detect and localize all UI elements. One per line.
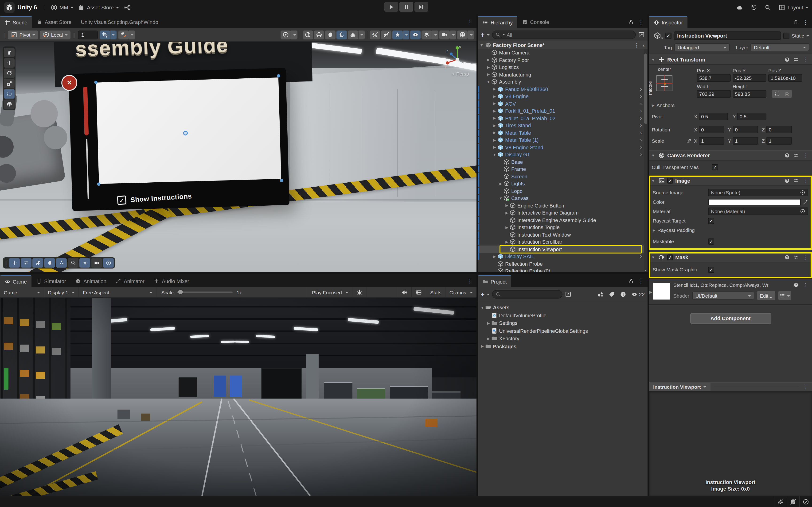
scale-z-field[interactable]: 1: [766, 137, 792, 145]
project-create-dropdown[interactable]: [487, 294, 490, 296]
expand-arrow-icon[interactable]: ▶: [492, 101, 497, 106]
overlay-move-button[interactable]: [9, 258, 20, 268]
prefab-open-chevron-icon[interactable]: ›: [640, 253, 642, 260]
hierarchy-item-reflection-probe-0[interactable]: Reflection Probe (0): [478, 267, 644, 272]
pivot-x-field[interactable]: 0.5: [699, 113, 728, 120]
hierarchy-item-canvas[interactable]: ▼Canvas: [478, 194, 644, 202]
debugger-status-button[interactable]: [774, 496, 786, 507]
overlay-compass-button[interactable]: [103, 258, 114, 268]
expand-arrow-icon[interactable]: ▼: [498, 196, 503, 200]
scene-gizmos-button[interactable]: [457, 30, 467, 39]
tab-inspector[interactable]: Inspector: [649, 16, 688, 28]
account-menu[interactable]: MM: [51, 4, 73, 10]
expand-arrow-icon[interactable]: ▶: [492, 130, 497, 135]
preset-icon[interactable]: [793, 57, 799, 62]
image-enabled-checkbox[interactable]: ✓: [667, 178, 673, 183]
anchor-preset-widget[interactable]: [656, 75, 672, 91]
toolbar-drag-handle[interactable]: ||: [73, 32, 75, 38]
hierarchy-item-logo[interactable]: Logo: [478, 187, 644, 194]
expand-arrow-icon[interactable]: ▶: [492, 109, 497, 113]
height-field[interactable]: 593.85: [732, 90, 766, 98]
inspector-menu-icon[interactable]: ⋮: [802, 19, 809, 26]
rotation-y-field[interactable]: 0: [732, 126, 758, 133]
hierarchy-item-forklift-01-prefab-01[interactable]: ▶Forklift_01_Prefab_01›: [478, 107, 644, 115]
expand-arrow-icon[interactable]: ▶: [486, 65, 491, 69]
project-item-assets[interactable]: ▼Assets: [478, 304, 648, 311]
pos-z-field[interactable]: 1.5916e-10: [768, 74, 802, 82]
pivot-mode-button[interactable]: Pivot: [8, 30, 38, 39]
help-icon[interactable]: [784, 153, 790, 158]
lighting-toggle[interactable]: [325, 30, 336, 39]
effects-dropdown[interactable]: [403, 30, 409, 39]
help-icon[interactable]: [784, 178, 790, 183]
project-create-button[interactable]: +: [481, 290, 485, 298]
expand-arrow-icon[interactable]: ▶: [492, 254, 497, 259]
hierarchy-item-engine-guide-button[interactable]: ▶Engine Guide Button: [478, 202, 644, 209]
expand-arrow-icon[interactable]: ▶: [492, 87, 497, 91]
layers-button[interactable]: [421, 30, 432, 39]
layers-dropdown[interactable]: [432, 30, 439, 39]
play-button[interactable]: [385, 2, 398, 12]
material-swatch[interactable]: [653, 283, 670, 300]
prefab-open-chevron-icon[interactable]: ›: [640, 151, 642, 158]
hierarchy-item-lights[interactable]: ▶Lights: [478, 180, 644, 187]
width-field[interactable]: 702.29: [697, 90, 731, 98]
project-item-universalrenderpipelineglobalsettings[interactable]: UniversalRenderPipelineGlobalSettings: [478, 327, 648, 334]
scene-debug-dropdown[interactable]: [359, 30, 365, 39]
overlay-drag-handle[interactable]: ||: [5, 260, 7, 266]
cache-status-button[interactable]: [786, 496, 799, 507]
component-menu-icon[interactable]: ⋮: [802, 177, 810, 184]
expand-arrow-icon[interactable]: ▶: [492, 123, 497, 127]
hierarchy-menu-icon[interactable]: ⋮: [637, 19, 645, 26]
pos-y-field[interactable]: -52.825: [732, 74, 766, 82]
grid-size-field[interactable]: 1: [78, 30, 98, 39]
scene-camera-button[interactable]: [439, 30, 450, 39]
hierarchy-item-instruction-viewport[interactable]: Instruction Viewport: [478, 245, 644, 253]
game-display-mode-dropdown[interactable]: Game: [0, 287, 44, 297]
expand-arrow-icon[interactable]: ▶: [480, 344, 485, 348]
expand-arrow-icon[interactable]: ▶: [486, 72, 491, 76]
blueprint-mode-button[interactable]: [772, 90, 782, 98]
play-focused-dropdown[interactable]: Play Focused: [308, 287, 353, 297]
step-button[interactable]: [414, 2, 428, 12]
perspective-label[interactable]: < Persp: [452, 71, 469, 76]
project-item-xfactory[interactable]: ▶XFactory: [478, 335, 648, 342]
filter-by-label-icon[interactable]: [609, 291, 615, 297]
import-warnings-icon[interactable]: [620, 291, 626, 297]
cloud-icon[interactable]: [737, 4, 743, 10]
overlay-zoom-button[interactable]: [68, 258, 79, 268]
expand-arrow-icon[interactable]: ▼: [480, 305, 485, 309]
static-dropdown[interactable]: [806, 35, 809, 38]
scene-axis-gizmo[interactable]: y x z: [444, 44, 471, 71]
hierarchy-item-instructions-toggle[interactable]: ▶Instructions Toggle: [478, 223, 644, 231]
hierarchy-item-fanuc-m-900ib360[interactable]: ▶Fanuc M-900iB360›: [478, 85, 644, 93]
hierarchy-item-instruction-text-window[interactable]: Instruction Text Window: [478, 231, 644, 238]
scene-root-menu-icon[interactable]: ⋮: [633, 42, 641, 48]
source-image-field[interactable]: None (Sprite): [708, 189, 808, 196]
draw-mode-button[interactable]: [281, 30, 291, 39]
scale-y-field[interactable]: 1: [732, 137, 758, 145]
game-audio-toggle[interactable]: [397, 287, 412, 297]
game-tab-menu-icon[interactable]: ⋮: [466, 278, 474, 284]
expand-arrow-icon[interactable]: ▶: [486, 336, 491, 341]
hierarchy-item-instruction-scrollbar[interactable]: ▶Instruction Scrollbar: [478, 238, 644, 245]
hierarchy-item-interactive-engine-diagram[interactable]: ▶Interactive Engine Diagram: [478, 209, 644, 216]
overlay-properties-button[interactable]: [21, 258, 32, 268]
tab-console[interactable]: Console: [517, 16, 554, 28]
gameobject-icon[interactable]: [652, 31, 663, 41]
raycast-target-checkbox[interactable]: ✓: [708, 218, 714, 224]
color-swatch[interactable]: [708, 199, 801, 205]
expand-arrow-icon[interactable]: ▶: [504, 211, 509, 215]
toolbar-drag-handle[interactable]: ||: [3, 32, 5, 38]
tab-asset-store[interactable]: Asset Store: [32, 16, 76, 28]
overlay-focus-button[interactable]: [80, 258, 90, 268]
expand-icon[interactable]: ▼: [651, 58, 656, 62]
rotate-tool-button[interactable]: [4, 68, 14, 78]
mask-enabled-checkbox[interactable]: ✓: [667, 255, 673, 260]
pos-x-field[interactable]: 538.7: [697, 74, 731, 82]
game-aspect-dropdown[interactable]: Free Aspect: [79, 287, 156, 297]
layer-dropdown[interactable]: Default: [751, 43, 809, 51]
tab-scene[interactable]: Scene: [0, 16, 32, 28]
overlay-snap-button[interactable]: [56, 258, 67, 268]
undo-history-icon[interactable]: [751, 4, 757, 10]
